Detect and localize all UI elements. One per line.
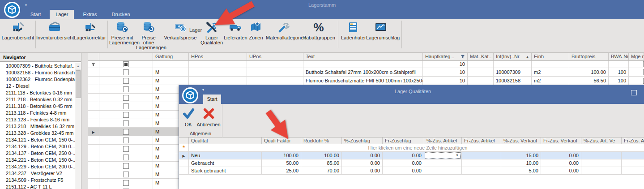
cell-mge[interactable]: [629, 77, 644, 85]
navigator-item[interactable]: 2113.218 - Mittelkies 16-32 mm: [0, 123, 75, 130]
cell-hpos[interactable]: [189, 68, 247, 77]
cell-hauptkategorie[interactable]: 10: [423, 77, 468, 85]
cell-zus-ar-fr[interactable]: [622, 159, 644, 167]
checkbox-cell[interactable]: [99, 162, 153, 170]
panel-splitter[interactable]: [82, 53, 88, 189]
cell-zus-artikel-p[interactable]: [424, 167, 462, 175]
button-lageruebersicht[interactable]: Lagerübersicht: [1, 20, 35, 47]
cell-zus-artikel-fr[interactable]: [462, 159, 501, 167]
navigator-item[interactable]: 2134.509 - Frostschutz F5: [0, 177, 75, 184]
artikel-combo-editor[interactable]: ▼: [425, 152, 461, 159]
table-row[interactable]: M Buttholz Schaltafel 27mm 100x200cm o.S…: [88, 68, 644, 77]
cell-qualitaet[interactable]: Stark gebraucht: [189, 167, 262, 175]
cell-zus-verkauf-fr[interactable]: 0.00: [541, 152, 581, 159]
navigator-item[interactable]: 2111.218 - Betonkies 0-32 mm: [0, 96, 75, 103]
logo-dropdown-caret-icon[interactable]: ▾: [25, 3, 27, 7]
navigator-item[interactable]: 2113.128 - Feinkies 8-16 mm: [0, 116, 75, 123]
cell-zus-art-ve[interactable]: [581, 167, 622, 175]
header-mge[interactable]: Mge n: [629, 53, 644, 61]
header-qualitaet[interactable]: Qualität: [189, 137, 262, 144]
header-bruttopreis[interactable]: Bruttopreis: [569, 53, 609, 61]
cell-mat-kat[interactable]: [468, 77, 494, 85]
cell-gattung[interactable]: M: [153, 68, 189, 77]
row-checkbox[interactable]: [123, 78, 129, 84]
cell-qualitaet[interactable]: Gebraucht: [189, 159, 262, 167]
filter-cell[interactable]: [569, 61, 609, 68]
cell-quali-faktor[interactable]: 100.00: [262, 152, 301, 159]
checkbox-cell[interactable]: [99, 136, 153, 145]
header-zus-verkauf-p[interactable]: %-Zus. Verkauf: [501, 137, 541, 144]
dialog-logo-caret-icon[interactable]: ▾: [202, 88, 204, 92]
cell-zus-artikel-fr[interactable]: [462, 167, 501, 175]
chevron-down-icon[interactable]: ▼: [456, 152, 460, 159]
header-rueckfuhr[interactable]: Rückfuhr %: [301, 137, 342, 144]
header-gattung[interactable]: Gattung: [153, 53, 189, 61]
checkbox-cell[interactable]: [99, 145, 153, 153]
cell-upos[interactable]: [247, 77, 303, 85]
cell-zuschlag-fr[interactable]: 0.00: [383, 152, 424, 159]
button-lagerumschlag[interactable]: Lagerumschlag: [366, 20, 396, 47]
cell-zus-art-ve[interactable]: [581, 152, 622, 159]
button-inventuruebersicht[interactable]: Inventurübersicht: [36, 20, 73, 47]
tab-lager[interactable]: Lager: [50, 10, 74, 19]
row-checkbox[interactable]: [123, 172, 129, 177]
quality-row[interactable]: Stark gebraucht 25.00 70.00 0.00 0.00 5.…: [179, 167, 644, 175]
dialog-tab-start[interactable]: Start: [203, 94, 221, 104]
checkbox-cell[interactable]: [99, 119, 153, 128]
header-zus-verkauf-fr[interactable]: Fr-Zus. Verkauf: [541, 137, 581, 144]
cell-zus-artikel-p[interactable]: ▼: [424, 152, 462, 159]
navigator-item[interactable]: 100007309 - Buttholz Schaltaf...: [0, 63, 75, 69]
header-bwa-nr[interactable]: BWA-Nr: [609, 53, 629, 61]
button-ladenhueter[interactable]: Ladenhüter: [341, 20, 365, 47]
cell-mge[interactable]: [629, 68, 644, 77]
row-checkbox[interactable]: [123, 129, 129, 135]
cell-zus-verkauf-p[interactable]: 5.00: [501, 167, 541, 175]
checkbox-cell[interactable]: [99, 111, 153, 119]
cell-quali-faktor[interactable]: 25.00: [262, 167, 301, 175]
button-verkaufspreise[interactable]: Verkaufspreise: [162, 20, 199, 47]
filter-hauptkategorie[interactable]: 10: [423, 61, 468, 68]
filter-cell[interactable]: [303, 61, 423, 68]
filter-cell[interactable]: [629, 61, 644, 68]
row-checkbox[interactable]: [123, 155, 129, 160]
cell-zus-verkauf-p[interactable]: 15.00: [501, 152, 541, 159]
filter-cell[interactable]: [532, 61, 569, 68]
table-row[interactable]: M Flumroc Brandschutzmatte FMI 500 100mm…: [88, 77, 644, 85]
cell-zus-verkauf-fr[interactable]: 0.00: [541, 167, 581, 175]
app-logo-icon[interactable]: [4, 1, 21, 18]
button-rabattgruppen[interactable]: % Rabattgruppen: [303, 20, 335, 47]
cell-rueckfuhr[interactable]: 85.00: [301, 159, 342, 167]
cell-rueckfuhr[interactable]: 70.00: [301, 167, 342, 175]
filter-cell[interactable]: [153, 61, 189, 68]
tab-drucken[interactable]: Drucken: [106, 10, 136, 19]
cell-text[interactable]: Buttholz Schaltafel 27mm 100x200cm o.Sta…: [303, 68, 423, 77]
header-mat-kat[interactable]: Mat.-Kat...: [468, 53, 494, 61]
checkbox-cell[interactable]: [99, 85, 153, 94]
filter-cell[interactable]: [247, 61, 303, 68]
cell-hpos[interactable]: [189, 77, 247, 85]
button-preise-ohne-lagermengen[interactable]: Preise ohne Lagermengen: [136, 20, 161, 47]
checkbox-cell[interactable]: [99, 153, 153, 162]
navigator-item[interactable]: 100032158 - Flumroc Brandsch...: [0, 69, 75, 76]
header-upos[interactable]: UPos: [247, 53, 303, 61]
navigator-item[interactable]: 2134.229 - Beton CEM, 200 0-...: [0, 163, 75, 170]
cell-zuschlag-p[interactable]: 0.00: [342, 152, 383, 159]
navigator-item[interactable]: 2134.129 - Beton CEM, 200 0-...: [0, 143, 75, 150]
row-checkbox[interactable]: [123, 180, 129, 186]
cell-bruttopreis[interactable]: 56.50: [569, 77, 609, 85]
cancel-button[interactable]: Abbrechen: [196, 106, 221, 127]
button-materialkategorien[interactable]: Materialkategorien: [266, 20, 302, 47]
navigator-item[interactable]: 2134.121 - Beton CEM, 150 0-...: [0, 137, 75, 143]
new-row-hint[interactable]: Hier klicken um eine neue Zeile hinzuzuf…: [189, 144, 644, 152]
navigator-item[interactable]: 100032362 - Flumroc Bodenpla...: [0, 76, 75, 83]
navigator-item[interactable]: 2134.221 - Beton CEM, 150 0-...: [0, 157, 75, 163]
cell-int-nr[interactable]: 100032158: [494, 77, 532, 85]
cell-upos[interactable]: [247, 68, 303, 77]
row-checkbox[interactable]: [123, 112, 129, 118]
header-hauptkategorie[interactable]: Hauptkateg...: [423, 53, 468, 61]
header-hpos[interactable]: HPos: [189, 53, 247, 61]
cell-bwa-nr[interactable]: 100: [609, 68, 629, 77]
ok-button[interactable]: OK: [181, 106, 196, 127]
select-all-checkbox[interactable]: [123, 61, 129, 67]
cell-text[interactable]: Flumroc Brandschutzmatte FMI 500 100mm 1…: [303, 77, 423, 85]
